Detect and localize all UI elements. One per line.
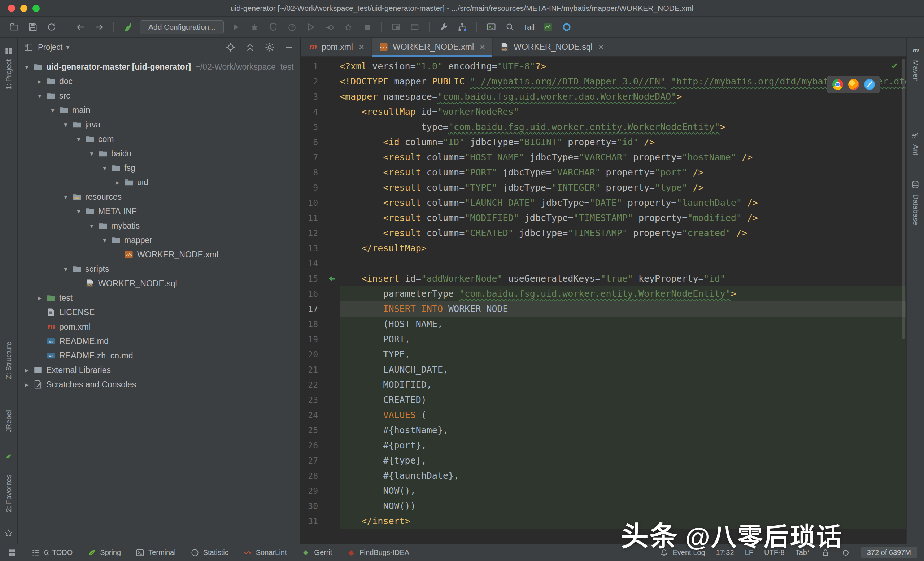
status-todo[interactable]: 6: TODO [31,548,72,557]
jrebel-icon[interactable] [121,20,135,34]
tree-item-path: ~/02-Work/workspace_test [195,62,294,72]
tree-item-uid-generator-master-uid-generator[interactable]: ▾uid-generator-master [uid-generator]~/0… [18,60,300,74]
sonar-status-icon[interactable] [560,20,573,34]
status-sonarlint[interactable]: SonarLint [243,548,287,557]
tab-worker-node-sql[interactable]: SQLWORKER_NODE.sql× [493,38,611,56]
expanded-arrow-icon[interactable]: ▾ [86,222,97,230]
tab-worker-node-xml[interactable]: </>WORKER_NODE.xml× [372,38,493,56]
gerrit-icon [301,548,310,557]
expanded-arrow-icon[interactable]: ▾ [73,207,84,216]
back-icon[interactable] [74,20,87,34]
project-structure-icon[interactable] [456,20,469,34]
expanded-arrow-icon[interactable]: ▾ [60,121,71,129]
tool-stripe-ant[interactable]: Ant [911,144,920,155]
tab-pom-xml[interactable]: mpom.xml× [301,38,372,56]
inspections-ok-icon[interactable] [890,61,899,70]
tree-item-scratches-and-consoles[interactable]: ▸Scratches and Consoles [18,377,300,392]
tree-item-doc[interactable]: ▸doc [18,74,300,88]
tree-item-readme-zh-cn-md[interactable]: M↓README.zh_cn.md [18,348,300,363]
tree-item-test[interactable]: ▸test [18,291,300,305]
tree-item-license[interactable]: LICENSE [18,305,300,320]
zoom-window-button[interactable] [33,5,40,12]
tool-stripe-maven[interactable]: Maven [911,60,920,82]
expanded-arrow-icon[interactable]: ▾ [99,236,110,244]
collapsed-arrow-icon[interactable]: ▸ [34,294,45,302]
tree-item-worker-node-xml[interactable]: </>WORKER_NODE.xml [18,247,300,262]
code-line: 2<!DOCTYPE mapper PUBLIC "-//mybatis.org… [301,74,906,89]
collapsed-arrow-icon[interactable]: ▸ [21,381,32,389]
status-spring[interactable]: Spring [87,548,121,557]
chrome-icon[interactable] [832,79,843,90]
gutter-space [324,226,340,241]
project-panel-title[interactable]: Project [38,43,63,52]
tail-monitor-icon[interactable] [541,20,555,34]
status-gerrit[interactable]: Gerrit [301,548,332,557]
expanded-arrow-icon[interactable]: ▾ [34,92,45,100]
code-line: 16 parameterType="com.baidu.fsg.uid.work… [301,286,906,302]
tree-item-external-libraries[interactable]: ▸External Libraries [18,363,300,377]
expanded-arrow-icon[interactable]: ▾ [60,193,71,201]
status-toolwindow-switcher[interactable] [7,548,16,557]
xml-icon: </> [124,250,134,259]
save-all-icon[interactable] [26,20,40,34]
add-configuration-button[interactable]: Add Configuration... [140,20,224,34]
open-project-icon[interactable] [7,20,21,34]
tree-item-fsg[interactable]: ▾fsg [18,160,300,175]
collapsed-arrow-icon[interactable]: ▸ [21,366,32,374]
build-settings-icon[interactable] [437,20,450,34]
minimize-window-button[interactable] [20,5,27,12]
collapsed-arrow-icon[interactable]: ▸ [34,77,45,86]
injection-arrow-icon[interactable] [324,271,340,286]
tool-stripe-jrebel[interactable]: JRebel [5,410,13,432]
close-tab-icon[interactable]: × [598,42,604,52]
expanded-arrow-icon[interactable]: ▾ [60,265,71,273]
tree-item-worker-node-sql[interactable]: SQLWORKER_NODE.sql [18,276,300,291]
synchronize-icon[interactable] [45,20,58,34]
tree-item-mybatis[interactable]: ▾mybatis [18,218,300,233]
expanded-arrow-icon[interactable]: ▾ [86,150,97,158]
hide-panel-icon[interactable] [284,42,294,53]
status-findbugs[interactable]: FindBugs-IDEA [346,548,409,557]
tool-stripe-favorites[interactable]: 2: Favorites [5,474,13,512]
search-everywhere-icon[interactable] [503,20,517,34]
tree-item-mapper[interactable]: ▾mapper [18,233,300,247]
code-editor[interactable]: 1<?xml version="1.0" encoding="UTF-8"?>2… [301,57,906,544]
tree-item-uid[interactable]: ▸uid [18,175,300,189]
collapse-all-icon[interactable] [245,42,255,53]
tree-item-com[interactable]: ▾com [18,132,300,146]
tree-item-scripts[interactable]: ▾scripts [18,262,300,276]
firefox-icon[interactable] [848,79,859,90]
tree-item-resources[interactable]: ▾resources [18,189,300,204]
tree-item-baidu[interactable]: ▾baidu [18,146,300,160]
tool-stripe-project[interactable]: 1: Project [5,59,13,90]
tree-item-meta-inf[interactable]: ▾META-INF [18,204,300,218]
status-terminal[interactable]: Terminal [135,548,176,557]
tree-item-readme-md[interactable]: M↓README.md [18,334,300,348]
safari-icon[interactable] [864,79,875,90]
spring-icon [87,548,96,557]
close-tab-icon[interactable]: × [359,42,364,52]
status-memory-indicator[interactable]: 372 of 6397M [861,546,917,558]
tool-stripe-structure[interactable]: Z: Structure [5,342,13,379]
collapsed-arrow-icon[interactable]: ▸ [112,178,123,187]
panel-settings-icon[interactable] [264,42,275,53]
tree-item-src[interactable]: ▾src [18,88,300,103]
favorites-star-icon[interactable] [4,528,14,538]
status-statistic[interactable]: Statistic [190,548,228,557]
expanded-arrow-icon[interactable]: ▾ [47,106,58,114]
editor-scrollbar[interactable] [902,59,905,339]
tree-item-pom-xml[interactable]: mpom.xml [18,320,300,334]
tool-stripe-database[interactable]: Database [911,194,920,225]
tree-item-main[interactable]: ▾main [18,103,300,117]
expanded-arrow-icon[interactable]: ▾ [73,135,84,143]
jrebel-icon[interactable] [4,451,14,460]
console-icon[interactable] [484,20,498,34]
expanded-arrow-icon[interactable]: ▾ [99,164,110,172]
forward-icon[interactable] [92,20,106,34]
locate-file-icon[interactable] [225,42,236,53]
close-window-button[interactable] [8,5,15,12]
chevron-down-icon[interactable]: ▾ [66,44,69,51]
close-tab-icon[interactable]: × [480,42,485,52]
expanded-arrow-icon[interactable]: ▾ [21,63,32,71]
tree-item-java[interactable]: ▾java [18,117,300,132]
